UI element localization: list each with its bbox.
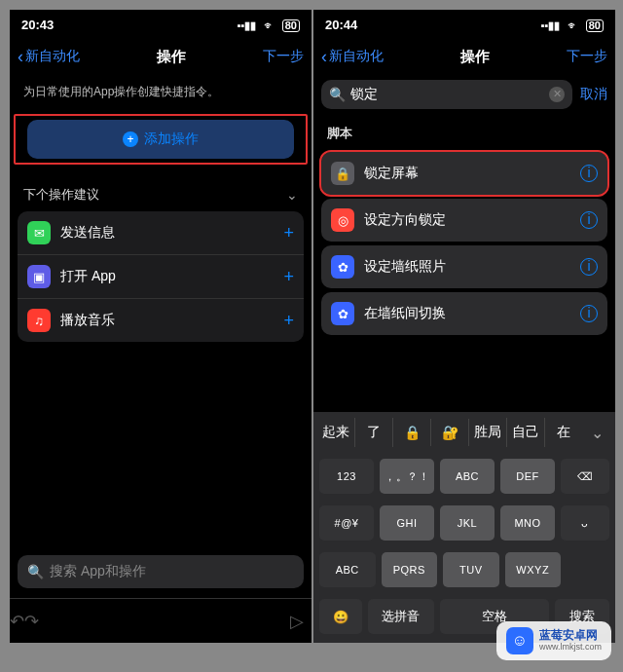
suggestions-header[interactable]: 下个操作建议 ⌄ [10,165,312,211]
candidate[interactable]: 胜局 [469,418,507,447]
key[interactable]: #@¥ [319,505,374,541]
key[interactable]: DEF [500,459,555,494]
chevron-left-icon: ‹ [321,47,327,67]
list-item-label: 发送信息 [60,224,283,242]
status-time: 20:43 [21,18,54,32]
add-action-button[interactable]: + 添加操作 [27,120,294,159]
chevron-down-icon: ⌄ [286,187,298,203]
results-list: 🔒锁定屏幕i◎设定方向锁定i✿设定墙纸照片i✿在墙纸间切换i [313,152,615,335]
list-item[interactable]: ♫播放音乐+ [18,299,304,342]
search-value: 锁定 [350,86,549,103]
add-icon[interactable]: + [283,311,294,331]
expand-candidates-icon[interactable]: ⌄ [582,424,611,442]
share-button[interactable]: ▷ [290,611,304,632]
suggestions-list: ✉︎发送信息+▣打开 App+♫播放音乐+ [18,211,304,342]
delete-key[interactable]: ⌫ [561,459,609,494]
signal-icon: ▪▪▮▮ [238,19,257,31]
keyboard: 起来了🔒🔐胜局自己在⌄ 123，。？！ABCDEF⌫ #@¥GHIJKLMNOᴗ… [313,412,615,643]
nav-title: 操作 [157,48,186,66]
plus-circle-icon: + [123,131,138,147]
key[interactable]: ABC [319,552,376,587]
list-item[interactable]: ✉︎发送信息+ [18,211,304,255]
emoji-key[interactable]: 😀 [319,599,362,634]
action-icon: 🔒 [331,162,354,185]
status-bar: 20:44 ▪▪▮▮ ᯤ 80 [313,10,615,39]
next-button[interactable]: 下一步 [263,48,304,65]
candidate[interactable]: 起来 [317,418,355,447]
search-icon: 🔍 [27,564,44,579]
key[interactable]: ABC [440,459,495,494]
result-item[interactable]: ◎设定方向锁定i [321,199,607,242]
result-label: 锁定屏幕 [364,165,580,182]
add-icon[interactable]: + [283,267,294,287]
candidate[interactable]: 在 [545,418,582,447]
key[interactable]: ，。？！ [380,459,434,494]
back-button[interactable]: ‹新自动化 [18,47,80,67]
watermark: ☺ 蓝莓安卓网 www.lmkjst.com [496,621,611,660]
key[interactable]: WXYZ [505,552,562,587]
wifi-icon: ᯤ [264,19,275,31]
key[interactable]: PQRS [382,552,438,587]
screen-search-results: 20:44 ▪▪▮▮ ᯤ 80 ‹新自动化 操作 下一步 🔍 锁定 ✕ 取消 脚… [313,10,615,643]
key-row-1: 123，。？！ABCDEF⌫ [313,453,615,500]
next-button[interactable]: 下一步 [567,48,607,65]
pinyin-key[interactable]: 选拼音 [368,599,434,634]
app-icon: ✉︎ [27,221,51,244]
nav-title: 操作 [460,48,490,66]
add-icon[interactable]: + [283,223,294,243]
watermark-title: 蓝莓安卓网 [539,629,602,642]
screen-actions: 20:43 ▪▪▮▮ ᯤ 80 ‹新自动化 操作 下一步 为日常使用的App操作… [10,10,312,643]
key-row-3: ABCPQRSTUVWXYZ [313,546,615,593]
candidate-row: 起来了🔒🔐胜局自己在⌄ [313,412,615,453]
search-input[interactable]: 🔍 锁定 ✕ [321,80,572,109]
info-icon[interactable]: i [580,211,598,229]
undo-button[interactable]: ↶ [10,611,24,632]
info-icon[interactable]: i [580,305,598,322]
redo-button[interactable]: ↷ [24,611,39,632]
search-icon: 🔍 [329,87,346,102]
app-icon: ▣ [27,265,51,288]
key[interactable]: GHI [380,505,434,541]
candidate[interactable]: 自己 [507,418,545,447]
watermark-url: www.lmkjst.com [539,643,602,653]
status-icons: ▪▪▮▮ ᯤ 80 [537,18,604,32]
highlight-annotation: + 添加操作 [14,114,308,165]
wifi-icon: ᯤ [568,19,578,31]
battery-icon: 80 [282,19,300,32]
search-input[interactable]: 🔍 搜索 App和操作 [18,555,304,588]
key[interactable]: TUV [443,552,499,587]
result-item[interactable]: 🔒锁定屏幕i [321,152,607,195]
app-icon: ♫ [27,309,51,332]
search-row: 🔍 锁定 ✕ 取消 [313,74,615,115]
cancel-button[interactable]: 取消 [580,86,607,103]
key[interactable]: JKL [440,505,495,541]
candidate[interactable]: 🔐 [431,419,469,446]
candidate[interactable]: 🔒 [393,419,431,446]
action-icon: ✿ [331,302,354,325]
page-subtitle: 为日常使用的App操作创建快捷指令。 [10,74,312,114]
clear-icon[interactable]: ✕ [549,87,565,102]
key[interactable]: 123 [319,459,374,494]
battery-icon: 80 [586,19,604,32]
back-button[interactable]: ‹新自动化 [321,47,384,67]
voice-key[interactable]: ᴗ [561,505,609,541]
results-section-header: 脚本 [313,115,615,148]
signal-icon: ▪▪▮▮ [541,19,561,31]
candidate[interactable]: 了 [355,418,393,447]
status-icons: ▪▪▮▮ ᯤ 80 [234,18,300,32]
info-icon[interactable]: i [580,258,598,276]
result-label: 在墙纸间切换 [364,305,580,322]
action-icon: ✿ [331,255,354,279]
key[interactable]: MNO [500,505,555,541]
status-bar: 20:43 ▪▪▮▮ ᯤ 80 [10,10,312,39]
bottom-toolbar: ↶ ↷ ▷ [10,598,312,643]
info-icon[interactable]: i [580,165,598,182]
list-item[interactable]: ▣打开 App+ [18,255,304,299]
result-item[interactable]: ✿在墙纸间切换i [321,292,607,335]
result-label: 设定方向锁定 [364,211,580,229]
nav-bar: ‹新自动化 操作 下一步 [313,39,615,74]
result-label: 设定墙纸照片 [364,258,580,276]
nav-bar: ‹新自动化 操作 下一步 [10,39,312,74]
result-item[interactable]: ✿设定墙纸照片i [321,245,607,288]
list-item-label: 播放音乐 [60,312,283,329]
